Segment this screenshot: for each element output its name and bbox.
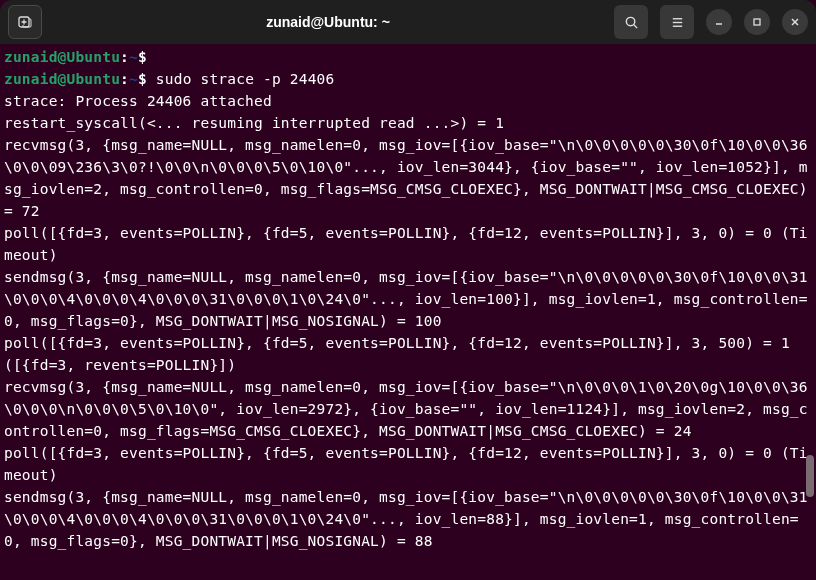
prompt-user-host: zunaid@Ubuntu (4, 49, 120, 65)
output-line: strace: Process 24406 attached (4, 93, 272, 109)
prompt-line-2: zunaid@Ubuntu:~$ sudo strace -p 24406 (4, 71, 334, 87)
output-line: poll([{fd=3, events=POLLIN}, {fd=5, even… (4, 225, 808, 263)
minimize-icon (713, 16, 725, 28)
scrollbar-thumb[interactable] (806, 455, 814, 497)
output-line: recvmsg(3, {msg_name=NULL, msg_namelen=0… (4, 379, 808, 439)
output-line: recvmsg(3, {msg_name=NULL, msg_namelen=0… (4, 137, 816, 219)
svg-line-4 (633, 24, 636, 27)
menu-button[interactable] (660, 5, 694, 39)
hamburger-icon (670, 15, 685, 30)
output-line: restart_syscall(<... resuming interrupte… (4, 115, 504, 131)
title-controls (614, 5, 808, 39)
search-icon (624, 15, 639, 30)
command-2: sudo strace -p 24406 (156, 71, 335, 87)
close-icon (789, 16, 801, 28)
output-line: poll([{fd=3, events=POLLIN}, {fd=5, even… (4, 335, 799, 373)
close-button[interactable] (782, 9, 808, 35)
terminal-viewport[interactable]: zunaid@Ubuntu:~$ zunaid@Ubuntu:~$ sudo s… (0, 44, 816, 580)
prompt-path: ~ (129, 71, 138, 87)
svg-point-3 (626, 17, 634, 25)
prompt-line-1: zunaid@Ubuntu:~$ (4, 49, 156, 65)
maximize-button[interactable] (744, 9, 770, 35)
new-tab-button[interactable] (8, 5, 42, 39)
search-button[interactable] (614, 5, 648, 39)
output-line: sendmsg(3, {msg_name=NULL, msg_namelen=0… (4, 269, 808, 329)
svg-rect-9 (754, 19, 760, 25)
output-line: sendmsg(3, {msg_name=NULL, msg_namelen=0… (4, 489, 808, 549)
prompt-path: ~ (129, 49, 138, 65)
maximize-icon (751, 16, 763, 28)
minimize-button[interactable] (706, 9, 732, 35)
prompt-user-host: zunaid@Ubuntu (4, 71, 120, 87)
window-titlebar: zunaid@Ubuntu: ~ (0, 0, 816, 44)
window-title: zunaid@Ubuntu: ~ (50, 14, 606, 30)
new-tab-icon (17, 14, 33, 30)
output-line: poll([{fd=3, events=POLLIN}, {fd=5, even… (4, 445, 808, 483)
